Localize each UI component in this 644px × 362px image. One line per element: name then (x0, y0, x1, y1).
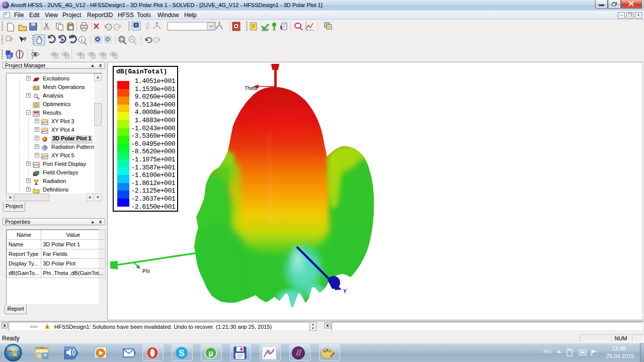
svg-text:?: ? (10, 37, 13, 43)
svg-text:i: i (81, 37, 83, 43)
svg-text:Phi: Phi (142, 268, 149, 274)
svg-text:Theta: Theta (245, 85, 258, 91)
svg-text:?: ? (23, 36, 27, 42)
svg-text:Y: Y (343, 289, 347, 294)
svg-text:µ: µ (208, 349, 213, 357)
svg-text:S: S (179, 348, 184, 358)
